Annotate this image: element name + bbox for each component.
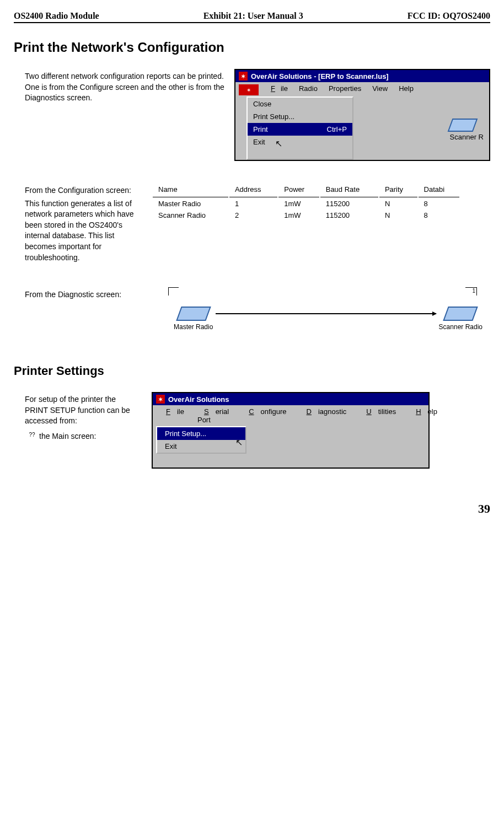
network-diagram: Master Radio Scanner Radio xyxy=(168,296,488,331)
scanner-graphic: Scanner R xyxy=(444,96,489,160)
menu-configure[interactable]: Configure xyxy=(235,406,293,425)
cursor-icon: ↖ xyxy=(275,138,380,149)
menu-item-print-setup-2[interactable]: Print Setup... xyxy=(157,427,245,440)
bullet-marker: ?? xyxy=(25,431,39,439)
master-node: Master Radio xyxy=(174,307,213,331)
file-dropdown-2: Print Setup... Exit xyxy=(156,426,246,454)
menu-item-print-setup[interactable]: Print Setup... xyxy=(248,110,352,123)
window-titlebar: ✶ OverAir Solutions - [ERP to Scanner.lu… xyxy=(235,70,489,82)
menu-properties[interactable]: Properties xyxy=(323,83,367,95)
page-header: OS2400 Radio Module Exhibit 21: User Man… xyxy=(14,11,490,23)
page-number: 39 xyxy=(14,502,490,516)
menu-file-2[interactable]: File xyxy=(153,406,191,425)
menubar: ✶ File Radio Properties View Help xyxy=(235,82,489,96)
printer-text: For setup of the printer the PRINT SETUP… xyxy=(14,392,135,442)
col-address: Address xyxy=(229,184,277,197)
col-name: Name xyxy=(153,184,228,197)
scanner-node: Scanner Radio xyxy=(439,307,482,331)
table-row: Scanner Radio2 1mW115200 N8 xyxy=(153,210,459,221)
menu-utilities[interactable]: Utilities xyxy=(353,406,403,425)
connection-line xyxy=(216,313,436,314)
menu-item-close[interactable]: Close xyxy=(248,98,352,110)
menu-view[interactable]: View xyxy=(367,83,393,95)
corner-mark-r: 1 xyxy=(465,287,477,296)
header-left: OS2400 Radio Module xyxy=(14,11,99,21)
app-icon: ✶ xyxy=(156,395,165,404)
file-dropdown: Close Print Setup... PrintCtrl+P Exit ↖ xyxy=(246,96,353,160)
bullet-text: the Main screen: xyxy=(39,431,96,442)
menu-help[interactable]: Help xyxy=(393,83,419,95)
menu-item-print[interactable]: PrintCtrl+P xyxy=(248,123,352,136)
window-titlebar-2: ✶ OverAir Solutions xyxy=(153,393,428,405)
col-databits: Databi xyxy=(419,184,459,197)
col-baud: Baud Rate xyxy=(320,184,378,197)
menu-diagnostic[interactable]: Diagnostic xyxy=(293,406,353,425)
window-title-2: OverAir Solutions xyxy=(168,395,229,404)
table-row: Master Radio1 1mW115200 N8 xyxy=(153,198,459,209)
config-text: From the Configuration screen: This func… xyxy=(14,183,135,265)
config-table: Name Address Power Baud Rate Parity Data… xyxy=(152,183,460,222)
cursor-icon-2: ↖ xyxy=(235,438,243,447)
page-title: Print the Network's Configuration xyxy=(14,40,490,55)
col-parity: Parity xyxy=(379,184,417,197)
section-title-printer: Printer Settings xyxy=(14,364,490,378)
menu-help-2[interactable]: Help xyxy=(403,406,444,425)
menu-file[interactable]: File xyxy=(260,83,293,95)
window-title: OverAir Solutions - [ERP to Scanner.lus] xyxy=(251,72,389,80)
col-power: Power xyxy=(278,184,319,197)
corner-mark xyxy=(168,287,179,296)
menu-serial-port[interactable]: Serial Port xyxy=(191,406,235,425)
menubar-2: File Serial Port Configure Diagnostic Ut… xyxy=(153,405,428,426)
header-right: FCC ID: OQ7OS2400 xyxy=(408,11,490,21)
diagnostic-text: From the Diagnostic screen: xyxy=(14,287,135,303)
print-setup-screenshot: ✶ OverAir Solutions File Serial Port Con… xyxy=(152,392,430,469)
menu-radio[interactable]: Radio xyxy=(293,83,323,95)
header-center: Exhibit 21: User Manual 3 xyxy=(203,11,303,21)
intro-text: Two different network configuration repo… xyxy=(14,69,234,106)
menu-item-exit-2[interactable]: Exit xyxy=(157,440,245,453)
file-menu-screenshot: ✶ OverAir Solutions - [ERP to Scanner.lu… xyxy=(234,69,490,161)
app-icon: ✶ xyxy=(239,72,248,80)
doc-icon: ✶ xyxy=(239,84,259,95)
